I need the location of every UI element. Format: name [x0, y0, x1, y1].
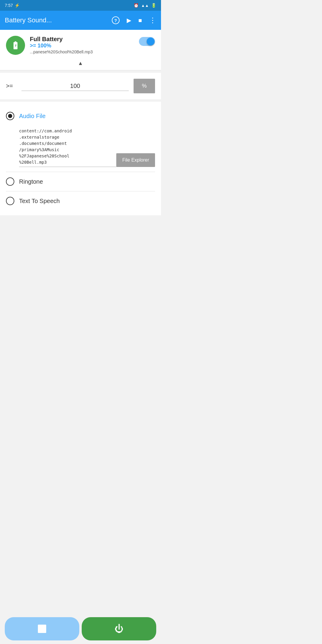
more-button[interactable]: ⋮: [149, 16, 156, 24]
ringtone-label: Ringtone: [19, 178, 43, 185]
expand-row[interactable]: ▲: [0, 58, 161, 70]
audio-file-option[interactable]: Audio File: [6, 108, 155, 124]
toolbar: Battery Sound... ? ▶ ■ ⋮: [0, 11, 161, 30]
divider-2: [6, 191, 155, 191]
audio-file-radio[interactable]: [6, 112, 14, 120]
file-path-input[interactable]: content://com.android .externalstorage .…: [19, 127, 116, 167]
condition-section: >= %: [0, 73, 161, 99]
file-area: content://com.android .externalstorage .…: [19, 127, 155, 167]
condition-operator: >=: [6, 83, 17, 89]
status-bar: 7:57 ⚡ ⏰ ▲▲ 🔋: [0, 0, 161, 11]
summary-percent: >= 100%: [30, 43, 155, 49]
battery-svg: [11, 41, 20, 50]
stop-button[interactable]: ■: [138, 17, 142, 24]
app-title: Battery Sound...: [5, 16, 106, 24]
play-button[interactable]: ▶: [127, 17, 131, 24]
audio-file-radio-inner: [8, 114, 12, 118]
alarm-icon: ⏰: [134, 3, 139, 8]
time: 7:57: [5, 3, 13, 8]
summary-title: Full Battery: [30, 36, 155, 43]
tts-label: Text To Speech: [19, 198, 60, 205]
status-bar-right: ⏰ ▲▲ 🔋: [134, 3, 156, 8]
battery-circle-icon: [6, 36, 25, 55]
toolbar-icons: ? ▶ ■ ⋮: [112, 16, 156, 24]
toggle-thumb: [147, 38, 154, 45]
text-to-speech-option[interactable]: Text To Speech: [6, 193, 155, 209]
status-bar-left: 7:57 ⚡: [5, 3, 20, 8]
battery-icon: 🔋: [151, 3, 156, 8]
audio-file-label: Audio File: [19, 113, 46, 120]
expand-arrow-icon: ▲: [78, 60, 83, 66]
signal-icon: ▲▲: [141, 3, 149, 8]
ringtone-option[interactable]: Ringtone: [6, 173, 155, 190]
condition-value-input[interactable]: [21, 81, 129, 91]
summary-card: Full Battery >= 100% ...panese%20School%…: [0, 30, 161, 58]
summary-file: ...panese%20School%20Bell.mp3: [30, 49, 155, 54]
toggle-track[interactable]: [139, 37, 155, 46]
condition-unit-button[interactable]: %: [134, 79, 155, 93]
divider-1: [6, 172, 155, 172]
tts-radio[interactable]: [6, 197, 14, 205]
toggle-switch[interactable]: [139, 37, 155, 46]
help-button[interactable]: ?: [112, 16, 120, 24]
charging-icon: ⚡: [15, 3, 20, 8]
bottom-spacer: [0, 215, 161, 251]
ringtone-radio[interactable]: [6, 177, 14, 186]
file-explorer-button[interactable]: File Explorer: [116, 153, 155, 167]
sound-section: Audio File content://com.android .extern…: [0, 102, 161, 215]
summary-info: Full Battery >= 100% ...panese%20School%…: [30, 36, 155, 54]
